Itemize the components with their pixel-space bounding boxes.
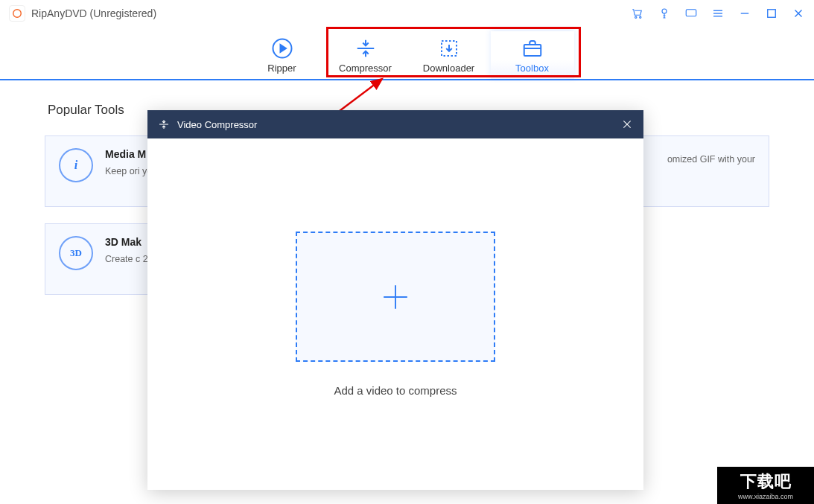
svg-rect-16 [524, 45, 541, 56]
svg-rect-9 [768, 10, 776, 18]
minimize-icon[interactable] [738, 7, 751, 20]
watermark-text: 下载吧 [740, 470, 792, 493]
tab-ripper[interactable]: Ripper [241, 31, 324, 79]
chat-icon[interactable] [684, 7, 698, 20]
video-compressor-modal: Video Compressor Add a video to compress [147, 110, 643, 490]
compressor-icon [354, 37, 377, 60]
close-icon[interactable] [792, 7, 805, 20]
tab-ripper-label: Ripper [267, 63, 296, 74]
app-title: RipAnyDVD (Unregistered) [31, 7, 156, 19]
tab-toolbox[interactable]: Toolbox [491, 31, 574, 79]
modal-title: Video Compressor [177, 119, 257, 130]
watermark-url: www.xiazaiba.com [738, 493, 793, 500]
add-video-dropzone[interactable] [296, 232, 495, 362]
menu-icon[interactable] [711, 7, 725, 20]
plus-icon [381, 283, 410, 311]
watermark: 下载吧 www.xiazaiba.com [717, 467, 814, 504]
downloader-icon [438, 37, 460, 60]
modal-close-button[interactable] [621, 118, 633, 130]
maximize-icon[interactable] [765, 7, 778, 20]
titlebar: RipAnyDVD (Unregistered) [0, 0, 814, 27]
dropzone-label: Add a video to compress [334, 384, 457, 397]
svg-point-2 [640, 16, 641, 18]
tab-compressor-label: Compressor [339, 63, 392, 74]
tab-downloader-label: Downloader [423, 63, 474, 74]
main-tabs: Ripper Compressor Downloader Toolbox [0, 27, 814, 80]
svg-point-0 [13, 10, 22, 18]
compress-icon [158, 118, 170, 130]
modal-body: Add a video to compress [147, 138, 643, 490]
ripper-icon [271, 37, 293, 60]
modal-header-left: Video Compressor [158, 118, 257, 130]
svg-point-3 [662, 9, 667, 13]
tab-toolbox-label: Toolbox [515, 63, 549, 74]
tab-downloader[interactable]: Downloader [407, 31, 491, 79]
cart-icon[interactable] [631, 7, 644, 20]
modal-header: Video Compressor [147, 110, 643, 138]
key-icon[interactable] [658, 7, 671, 20]
svg-marker-13 [280, 45, 286, 52]
tab-compressor[interactable]: Compressor [324, 31, 407, 79]
app-logo [9, 5, 25, 22]
titlebar-left: RipAnyDVD (Unregistered) [9, 5, 156, 22]
info-icon: i [59, 148, 93, 182]
toolbox-icon [521, 37, 544, 60]
titlebar-right [631, 7, 805, 20]
three-d-icon: 3D [59, 236, 93, 270]
svg-point-1 [635, 16, 637, 18]
